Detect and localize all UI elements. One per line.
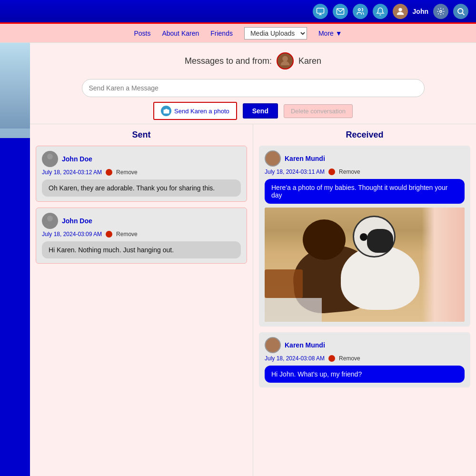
more-button[interactable]: More ▼ <box>318 30 342 37</box>
secondary-navigation: Posts About Karen Friends Media Uploads … <box>0 24 476 43</box>
message-time-0: July 18, 2024-03:12 AM <box>42 169 102 176</box>
sent-message-0: John Doe July 18, 2024-03:12 AM Remove O… <box>36 146 247 202</box>
camera-icon <box>161 106 171 116</box>
sidebar-ocean-image <box>0 43 30 476</box>
sender-name-0[interactable]: John Doe <box>62 155 92 163</box>
messages-header-contact: Karen <box>298 56 321 66</box>
received-remove-link-1[interactable]: Remove <box>339 355 360 362</box>
received-column-header: Received <box>259 130 470 140</box>
remove-link-1[interactable]: Remove <box>116 231 138 238</box>
svg-rect-0 <box>317 8 324 13</box>
compose-buttons: Send Karen a photo Send Delete conversat… <box>153 102 353 120</box>
sender-info-1: John Doe <box>42 213 241 229</box>
received-remove-icon-0 <box>328 169 335 175</box>
karen-header-avatar <box>277 52 294 69</box>
message-text-0: Oh Karen, they are adorable. Thank you f… <box>42 179 241 197</box>
search-icon[interactable] <box>453 4 468 19</box>
bell-icon[interactable] <box>373 4 388 19</box>
mail-icon[interactable] <box>333 4 348 19</box>
sent-column: Sent John Doe July 18, 2024-03:12 AM Rem… <box>30 124 253 476</box>
received-sender-name-1[interactable]: Karen Mundi <box>285 341 325 349</box>
svg-line-8 <box>462 13 464 15</box>
photo-attachment-0 <box>265 208 465 322</box>
received-sender-info-1: Karen Mundi <box>265 337 465 353</box>
username-label: John <box>413 8 428 15</box>
svg-point-11 <box>47 154 53 159</box>
people-icon[interactable] <box>353 4 368 19</box>
received-meta-0: July 18, 2024-03:11 AM Remove <box>265 169 465 175</box>
received-remove-link-0[interactable]: Remove <box>339 169 360 175</box>
remove-icon-0 <box>106 169 112 176</box>
sidebar-blue <box>0 138 30 476</box>
received-time-1: July 18, 2024-03:08 AM <box>265 355 325 362</box>
sender-info-0: John Doe <box>42 151 241 167</box>
received-remove-icon-1 <box>328 355 335 362</box>
svg-point-5 <box>398 8 402 11</box>
main-content: Messages to and from: Karen Send Karen a… <box>0 43 476 476</box>
received-time-0: July 18, 2024-03:11 AM <box>265 169 325 175</box>
compose-area: Send Karen a photo Send Delete conversat… <box>30 75 476 124</box>
svg-point-4 <box>358 9 360 11</box>
sender-avatar-1 <box>42 213 58 229</box>
message-meta-1: July 18, 2024-03:09 AM Remove <box>42 231 241 238</box>
received-sender-info-0: Karen Mundi <box>265 150 465 167</box>
messages-columns: Sent John Doe July 18, 2024-03:12 AM Rem… <box>30 124 476 476</box>
received-avatar-1 <box>265 337 281 353</box>
user-avatar[interactable] <box>393 4 408 19</box>
sent-column-header: Sent <box>36 130 247 140</box>
svg-point-14 <box>270 340 276 346</box>
svg-point-9 <box>282 56 288 62</box>
top-navigation: John <box>0 0 476 24</box>
received-avatar-0 <box>265 150 281 167</box>
received-text-1: Hi John. What's up, my friend? <box>265 366 465 383</box>
messaging-area: Messages to and from: Karen Send Karen a… <box>30 43 476 476</box>
message-meta-0: July 18, 2024-03:12 AM Remove <box>42 169 241 176</box>
delete-conversation-button[interactable]: Delete conversation <box>284 104 353 118</box>
received-text-0: Here'a a photo of my babies. Thought it … <box>265 179 465 204</box>
svg-point-13 <box>270 154 276 159</box>
media-uploads-dropdown[interactable]: Media Uploads Photos Videos <box>244 27 307 40</box>
sent-message-1: John Doe July 18, 2024-03:09 AM Remove H… <box>36 208 247 264</box>
received-message-0: Karen Mundi July 18, 2024-03:11 AM Remov… <box>259 146 470 327</box>
received-sender-name-0[interactable]: Karen Mundi <box>285 155 325 162</box>
send-button[interactable]: Send <box>243 103 278 119</box>
remove-icon-1 <box>106 231 112 238</box>
message-time-1: July 18, 2024-03:09 AM <box>42 231 102 238</box>
svg-point-6 <box>440 10 442 12</box>
sender-name-1[interactable]: John Doe <box>62 217 92 225</box>
nav-posts[interactable]: Posts <box>134 30 150 37</box>
messages-header-prefix: Messages to and from: <box>185 56 272 66</box>
received-message-1: Karen Mundi July 18, 2024-03:08 AM Remov… <box>259 332 470 387</box>
svg-point-12 <box>47 216 53 221</box>
received-meta-1: July 18, 2024-03:08 AM Remove <box>265 355 465 362</box>
nav-friends[interactable]: Friends <box>210 30 233 37</box>
messages-header: Messages to and from: Karen <box>30 43 476 75</box>
send-photo-button[interactable]: Send Karen a photo <box>153 102 237 120</box>
dog-photo <box>265 208 465 322</box>
monitor-icon[interactable] <box>313 4 328 19</box>
remove-link-0[interactable]: Remove <box>116 169 138 176</box>
sender-avatar-0 <box>42 151 58 167</box>
message-text-1: Hi Karen. Nothing much. Just hanging out… <box>42 241 241 258</box>
gear-icon[interactable] <box>433 4 448 19</box>
received-column: Received Karen Mundi July 18, 2024-03:11… <box>253 124 476 476</box>
svg-point-7 <box>458 9 463 14</box>
nav-about[interactable]: About Karen <box>162 30 199 37</box>
send-photo-label: Send Karen a photo <box>174 108 229 115</box>
message-input[interactable] <box>82 79 425 97</box>
